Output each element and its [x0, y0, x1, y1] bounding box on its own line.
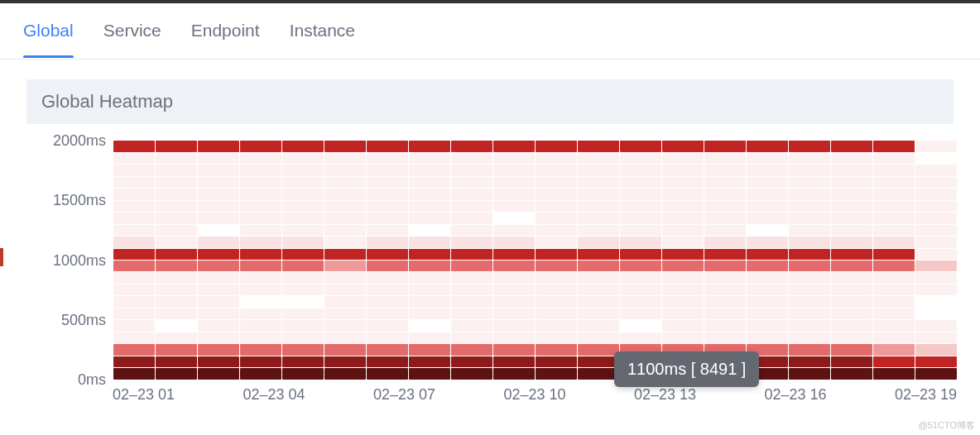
heatmap-cell[interactable]	[662, 272, 704, 283]
heatmap-cell[interactable]	[240, 141, 281, 151]
heatmap-cell[interactable]	[789, 225, 830, 236]
heatmap-cell[interactable]	[493, 320, 535, 331]
heatmap-cell[interactable]	[704, 165, 746, 175]
heatmap-cell[interactable]	[831, 344, 872, 355]
heatmap-cell[interactable]	[662, 308, 704, 319]
heatmap-cell[interactable]	[915, 213, 957, 223]
heatmap-cell[interactable]	[704, 177, 746, 188]
heatmap-cell[interactable]	[536, 284, 577, 295]
heatmap-cell[interactable]	[156, 284, 197, 295]
heatmap-cell[interactable]	[536, 344, 577, 355]
heatmap-cell[interactable]	[662, 237, 704, 247]
heatmap-cell[interactable]	[113, 249, 155, 260]
heatmap-cell[interactable]	[113, 177, 155, 188]
heatmap-cell[interactable]	[367, 308, 408, 319]
heatmap-cell[interactable]	[240, 261, 281, 271]
heatmap-cell[interactable]	[620, 165, 661, 175]
heatmap-cell[interactable]	[324, 261, 366, 271]
heatmap-cell[interactable]	[324, 237, 366, 247]
heatmap-cell[interactable]	[282, 165, 324, 175]
heatmap-cell[interactable]	[789, 177, 830, 188]
heatmap-cell[interactable]	[747, 284, 788, 295]
heatmap-cell[interactable]	[789, 165, 830, 175]
heatmap-cell[interactable]	[873, 201, 915, 212]
heatmap-cell[interactable]	[873, 213, 915, 223]
tab-endpoint[interactable]: Endpoint	[191, 21, 260, 57]
heatmap-cell[interactable]	[915, 308, 957, 319]
heatmap-cell[interactable]	[324, 249, 366, 260]
heatmap-cell[interactable]	[578, 249, 619, 260]
heatmap-cell[interactable]	[789, 141, 830, 151]
heatmap-cell[interactable]	[324, 225, 366, 236]
heatmap-cell[interactable]	[831, 261, 872, 271]
heatmap-cell[interactable]	[156, 141, 197, 151]
heatmap-cell[interactable]	[198, 201, 239, 212]
heatmap-cell[interactable]	[747, 272, 788, 283]
heatmap-cell[interactable]	[156, 308, 197, 319]
heatmap-cell[interactable]	[367, 141, 408, 151]
heatmap-cell[interactable]	[324, 153, 366, 164]
heatmap-cell[interactable]	[324, 320, 366, 331]
heatmap-cell[interactable]	[282, 332, 324, 343]
tab-service[interactable]: Service	[103, 21, 161, 57]
heatmap-cell[interactable]	[704, 201, 746, 212]
heatmap-cell[interactable]	[240, 153, 281, 164]
heatmap-cell[interactable]	[198, 320, 239, 331]
heatmap-cell[interactable]	[367, 261, 408, 271]
heatmap-cell[interactable]	[915, 225, 957, 236]
heatmap-cell[interactable]	[747, 344, 788, 355]
heatmap-cell[interactable]	[451, 272, 492, 283]
heatmap-cell[interactable]	[409, 356, 450, 367]
heatmap-cell[interactable]	[747, 237, 788, 247]
heatmap-cell[interactable]	[367, 320, 408, 331]
heatmap-cell[interactable]	[451, 261, 492, 271]
heatmap-cell[interactable]	[409, 141, 450, 151]
heatmap-cell[interactable]	[156, 225, 197, 236]
heatmap-cell[interactable]	[536, 237, 577, 247]
heatmap-cell[interactable]	[409, 201, 450, 212]
heatmap-cell[interactable]	[915, 368, 957, 379]
tab-global[interactable]: Global	[23, 21, 74, 57]
heatmap-cell[interactable]	[789, 249, 830, 260]
heatmap-cell[interactable]	[704, 213, 746, 223]
heatmap-cell[interactable]	[493, 284, 535, 295]
heatmap-cell[interactable]	[409, 225, 450, 236]
heatmap-cell[interactable]	[831, 308, 872, 319]
heatmap-cell[interactable]	[198, 284, 239, 295]
heatmap-cell[interactable]	[620, 332, 661, 343]
heatmap-cell[interactable]	[620, 368, 661, 379]
heatmap-cell[interactable]	[156, 272, 197, 283]
heatmap-cell[interactable]	[240, 308, 281, 319]
heatmap-cell[interactable]	[578, 344, 619, 355]
heatmap-cell[interactable]	[704, 308, 746, 319]
heatmap-cell[interactable]	[493, 272, 535, 283]
heatmap-cell[interactable]	[451, 237, 492, 247]
heatmap-cell[interactable]	[367, 213, 408, 223]
heatmap-cell[interactable]	[451, 356, 492, 367]
heatmap-cell[interactable]	[282, 177, 324, 188]
heatmap-cell[interactable]	[747, 189, 788, 199]
heatmap-cell[interactable]	[113, 261, 155, 271]
heatmap-cell[interactable]	[831, 213, 872, 223]
heatmap-cell[interactable]	[620, 272, 661, 283]
heatmap-cell[interactable]	[620, 141, 661, 151]
heatmap-cell[interactable]	[873, 225, 915, 236]
heatmap-cell[interactable]	[493, 296, 535, 307]
heatmap-cell[interactable]	[198, 249, 239, 260]
heatmap-cell[interactable]	[662, 213, 704, 223]
heatmap-cell[interactable]	[536, 165, 577, 175]
heatmap-cell[interactable]	[915, 332, 957, 343]
heatmap-cell[interactable]	[873, 344, 915, 355]
heatmap-cell[interactable]	[493, 189, 535, 199]
heatmap-cell[interactable]	[747, 261, 788, 271]
heatmap-cell[interactable]	[915, 296, 957, 307]
heatmap-cell[interactable]	[831, 272, 872, 283]
heatmap-cell[interactable]	[536, 141, 577, 151]
heatmap-cell[interactable]	[451, 344, 492, 355]
heatmap-cell[interactable]	[451, 141, 492, 151]
heatmap-cell[interactable]	[156, 237, 197, 247]
heatmap-cell[interactable]	[409, 332, 450, 343]
heatmap-cell[interactable]	[113, 165, 155, 175]
heatmap-cell[interactable]	[536, 296, 577, 307]
heatmap-cell[interactable]	[113, 237, 155, 247]
